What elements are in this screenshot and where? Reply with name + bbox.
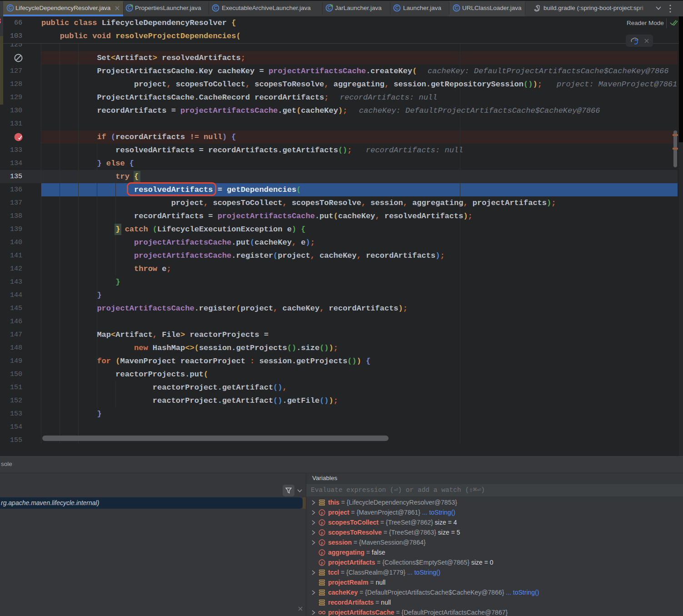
svg-text:C: C — [9, 5, 12, 10]
svg-text:C: C — [128, 5, 131, 10]
svg-text:p: p — [321, 521, 323, 525]
svg-text:C: C — [395, 5, 399, 10]
svg-text:p: p — [321, 541, 323, 545]
svg-text:p: p — [321, 561, 323, 565]
svg-text:p: p — [321, 511, 323, 515]
svg-text:C: C — [455, 5, 459, 10]
svg-text:p: p — [321, 531, 323, 535]
svg-text:p: p — [321, 551, 323, 555]
svg-text:C: C — [214, 5, 218, 10]
svg-text:C: C — [328, 5, 331, 10]
